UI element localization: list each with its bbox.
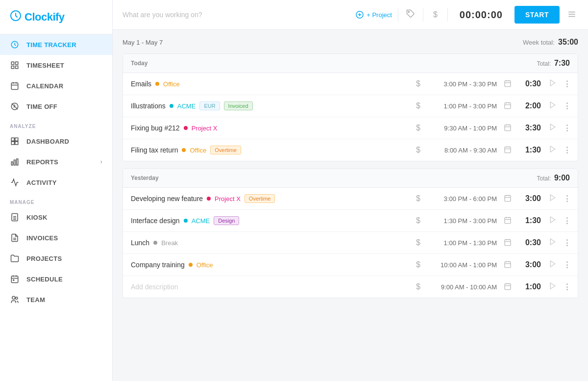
billable-icon[interactable]: $ bbox=[413, 79, 423, 88]
more-button[interactable] bbox=[564, 283, 570, 290]
calendar-icon bbox=[10, 81, 20, 91]
entry-description: Developing new feature Project X Overtim… bbox=[131, 194, 408, 203]
sidebar-item-label: TIME TRACKER bbox=[26, 41, 76, 49]
svg-rect-11 bbox=[11, 142, 14, 145]
time-range: 9:00 AM - 10:00 AM bbox=[428, 283, 497, 291]
svg-rect-22 bbox=[11, 276, 18, 283]
entry-description: Lunch Break bbox=[131, 239, 408, 247]
list-icon[interactable] bbox=[565, 8, 578, 22]
table-row: Interface design ACME Design $ 1:30 PM -… bbox=[123, 210, 578, 232]
sidebar-item-reports[interactable]: REPORTS › bbox=[0, 152, 112, 172]
table-row: Illustrations ACME EUR Invoiced $ 1:00 P… bbox=[123, 95, 578, 117]
billable-toggle[interactable]: $ bbox=[429, 8, 441, 21]
calendar-icon[interactable] bbox=[502, 102, 514, 111]
billable-icon[interactable]: $ bbox=[413, 282, 423, 291]
more-button[interactable] bbox=[564, 195, 570, 202]
sidebar-item-dashboard[interactable]: DASHBOARD bbox=[0, 131, 112, 152]
dashboard-icon bbox=[10, 136, 20, 146]
logo-text: Clockify bbox=[24, 11, 65, 24]
more-button[interactable] bbox=[564, 147, 570, 153]
svg-point-24 bbox=[16, 297, 18, 300]
play-button[interactable] bbox=[546, 194, 560, 203]
more-button[interactable] bbox=[564, 261, 570, 268]
svg-rect-6 bbox=[11, 83, 18, 90]
sidebar-item-invoices[interactable]: INVOICES bbox=[0, 228, 112, 248]
more-button[interactable] bbox=[564, 102, 570, 109]
project-dot bbox=[182, 148, 186, 152]
billable-icon[interactable]: $ bbox=[413, 238, 423, 247]
billable-icon[interactable]: $ bbox=[413, 260, 423, 269]
billable-icon[interactable]: $ bbox=[413, 194, 423, 203]
sidebar-item-label: INVOICES bbox=[26, 234, 58, 242]
sidebar-item-time-tracker[interactable]: TIME TRACKER bbox=[0, 34, 112, 55]
sidebar-item-team[interactable]: TEAM bbox=[0, 289, 112, 310]
play-button[interactable] bbox=[546, 79, 560, 89]
project-dot bbox=[189, 263, 193, 267]
kiosk-icon bbox=[10, 212, 20, 222]
today-header: Today Total: 7:30 bbox=[123, 54, 578, 73]
billable-icon[interactable]: $ bbox=[413, 124, 423, 132]
more-button[interactable] bbox=[564, 80, 570, 87]
calendar-icon[interactable] bbox=[502, 260, 514, 270]
sidebar-item-activity[interactable]: ACTIVITY bbox=[0, 172, 112, 193]
calendar-icon[interactable] bbox=[502, 238, 514, 248]
project-name: Office bbox=[190, 147, 206, 154]
more-button[interactable] bbox=[564, 239, 570, 246]
divider bbox=[398, 8, 398, 22]
play-button[interactable] bbox=[546, 101, 560, 111]
calendar-icon[interactable] bbox=[502, 282, 514, 292]
add-description-placeholder[interactable]: Add description bbox=[131, 283, 408, 291]
svg-rect-15 bbox=[17, 159, 18, 165]
divider2 bbox=[423, 8, 423, 22]
sidebar-item-time-off[interactable]: TIME OFF bbox=[0, 96, 112, 117]
sidebar-item-calendar[interactable]: CALENDAR bbox=[0, 76, 112, 96]
sidebar-item-label: SCHEDULE bbox=[26, 276, 63, 283]
sidebar-item-kiosk[interactable]: KIOSK bbox=[0, 207, 112, 228]
tag-icon[interactable] bbox=[404, 7, 417, 22]
logo[interactable]: Clockify bbox=[10, 10, 102, 24]
billable-icon[interactable]: $ bbox=[413, 146, 423, 154]
week-range: May 1 - May 7 bbox=[122, 39, 163, 46]
play-button[interactable] bbox=[546, 282, 560, 292]
svg-rect-4 bbox=[11, 66, 14, 69]
svg-rect-36 bbox=[505, 125, 511, 130]
project-name: Project X bbox=[215, 195, 241, 203]
duration: 0:30 bbox=[518, 238, 541, 247]
duration: 2:00 bbox=[518, 102, 541, 110]
time-range: 3:00 PM - 6:00 PM bbox=[428, 195, 497, 203]
calendar-icon[interactable] bbox=[502, 146, 514, 155]
table-row: Company training Office $ 10:00 AM - 1:0… bbox=[123, 254, 578, 276]
entry-description: Illustrations ACME EUR Invoiced bbox=[131, 102, 408, 110]
more-button[interactable] bbox=[564, 217, 570, 224]
billable-icon[interactable]: $ bbox=[413, 216, 423, 225]
add-project-button[interactable]: + Project bbox=[356, 11, 392, 19]
svg-rect-48 bbox=[505, 283, 511, 289]
play-button[interactable] bbox=[546, 238, 560, 248]
description-input[interactable] bbox=[122, 11, 350, 19]
play-button[interactable] bbox=[546, 123, 560, 133]
svg-marker-47 bbox=[550, 261, 555, 267]
calendar-icon[interactable] bbox=[502, 194, 514, 203]
divider3 bbox=[447, 8, 448, 22]
calendar-icon[interactable] bbox=[502, 216, 514, 226]
week-header: May 1 - May 7 Week total: 35:00 bbox=[122, 38, 578, 47]
sidebar-item-projects[interactable]: PROJECTS bbox=[0, 248, 112, 269]
more-button[interactable] bbox=[564, 125, 570, 131]
calendar-icon[interactable] bbox=[502, 124, 514, 133]
sidebar-item-timesheet[interactable]: TIMESHEET bbox=[0, 55, 112, 76]
play-button[interactable] bbox=[546, 216, 560, 226]
analyze-section-label: ANALYZE bbox=[0, 117, 112, 131]
activity-icon bbox=[10, 178, 20, 187]
svg-rect-12 bbox=[15, 142, 18, 145]
topbar: + Project $ 00:00:00 START bbox=[113, 0, 588, 30]
sidebar-item-schedule[interactable]: SCHEDULE bbox=[0, 269, 112, 289]
play-button[interactable] bbox=[546, 260, 560, 270]
play-button[interactable] bbox=[546, 145, 560, 155]
calendar-icon[interactable] bbox=[502, 79, 514, 89]
today-label: Today bbox=[131, 60, 147, 67]
svg-rect-40 bbox=[505, 195, 511, 201]
svg-marker-43 bbox=[550, 217, 555, 223]
chevron-right-icon: › bbox=[100, 158, 102, 165]
billable-icon[interactable]: $ bbox=[413, 102, 423, 110]
start-button[interactable]: START bbox=[514, 6, 560, 24]
